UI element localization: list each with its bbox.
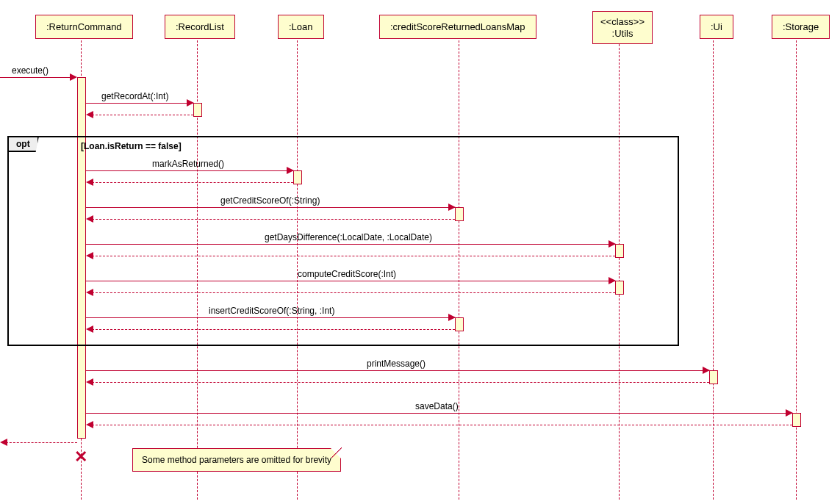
opt-label: opt [9, 137, 39, 152]
ret-getrecord-arrow [86, 111, 93, 118]
msg-getdays-arrow [609, 240, 616, 248]
ret-final-line [2, 442, 77, 443]
msg-save: saveData() [415, 401, 459, 414]
diagram-note: Some method parameters are omitted for b… [132, 448, 341, 472]
ret-markret-line [88, 182, 293, 183]
msg-save-arrow [786, 409, 793, 417]
msg-getcredit-arrow [448, 204, 456, 211]
participant-storage: :Storage [772, 15, 830, 39]
ret-getdays-arrow [86, 252, 93, 259]
utils-name: :Utils [612, 28, 633, 39]
participant-utils: <<class>> :Utils [592, 11, 653, 44]
ret-compute-line [88, 292, 615, 293]
ret-getcredit-line [88, 219, 455, 220]
utils-stereotype: <<class>> [600, 16, 645, 27]
ret-markret-arrow [86, 179, 93, 186]
ret-print-arrow [86, 378, 93, 386]
ret-save-line [88, 425, 792, 425]
ret-final-arrow [0, 439, 7, 446]
ret-getdays-line [88, 256, 615, 256]
msg-print: printMessage() [367, 359, 426, 372]
ret-save-arrow [86, 421, 93, 428]
msg-markret: markAsReturned() [152, 159, 224, 172]
ret-getcredit-arrow [86, 215, 93, 223]
participant-creditscoremap: :creditScoreReturnedLoansMap [379, 15, 536, 39]
msg-getrecord-arrow [187, 99, 194, 107]
ret-insertcredit-arrow [86, 325, 93, 333]
msg-compute: computeCreditScore(:Int) [298, 269, 396, 282]
msg-getcredit: getCreditScoreOf(:String) [220, 195, 320, 209]
ret-insertcredit-line [88, 329, 455, 330]
ret-compute-arrow [86, 289, 93, 296]
msg-compute-arrow [609, 277, 616, 284]
participant-recordlist: :RecordList [165, 15, 235, 39]
participant-returncommand: :ReturnCommand [35, 15, 133, 39]
opt-guard: [Loan.isReturn == false] [81, 141, 182, 151]
msg-print-arrow [703, 367, 710, 374]
sequence-diagram: :ReturnCommand :RecordList :Loan :credit… [0, 0, 840, 504]
participant-ui: :Ui [700, 15, 733, 39]
msg-insertcredit-arrow [448, 314, 456, 321]
lifeline-storage [796, 40, 797, 500]
lifeline-ui [713, 40, 714, 500]
participant-loan: :Loan [278, 15, 324, 39]
ret-print-line [88, 382, 709, 383]
msg-getrecord: getRecordAt(:Int) [101, 91, 168, 104]
msg-execute-arrow [70, 73, 77, 81]
destroy-icon: ✕ [74, 447, 87, 467]
msg-insertcredit: insertCreditScoreOf(:String, :Int) [209, 306, 334, 319]
activation-ui [709, 370, 718, 384]
msg-getdays: getDaysDifference(:LocalDate, :LocalDate… [265, 232, 432, 245]
msg-markret-arrow [287, 167, 294, 174]
activation-recordlist [193, 103, 202, 117]
ret-getrecord-line [88, 115, 193, 115]
msg-execute: execute() [12, 65, 49, 79]
activation-storage [792, 413, 801, 427]
